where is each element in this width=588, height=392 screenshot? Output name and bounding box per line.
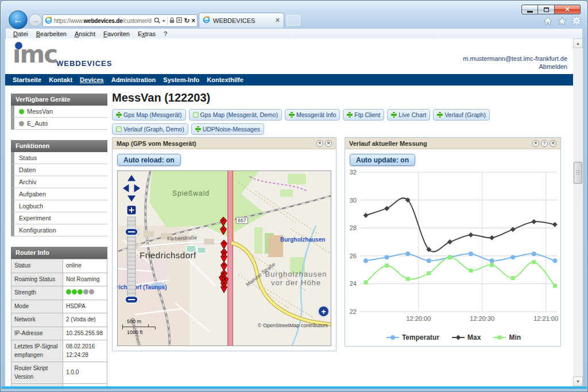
refresh-icon[interactable]: ↻ [184, 17, 189, 25]
map-scale-bar: 500 m 1000 ft [122, 319, 156, 335]
vertical-scrollbar[interactable]: ▲ ▼ [573, 38, 583, 386]
router-info-row: Network2 (Voda de) [11, 313, 107, 327]
address-dropdown-icon[interactable]: ▼ [162, 19, 166, 23]
favorites-star-icon[interactable] [558, 17, 567, 28]
action-button-verlauf-graph-demo-[interactable]: Verlauf (Graph, Demo) [112, 123, 188, 135]
scroll-up-arrow[interactable]: ▲ [573, 38, 583, 48]
menu-item-ansicht[interactable]: Ansicht [71, 30, 99, 38]
router-value: Not Roaming [63, 273, 107, 286]
browser-toolbar: ← → https://www.webdevices.de/customer/d… [6, 13, 582, 30]
router-info-row: IP-Adresse10.255.255.98 [11, 327, 107, 340]
page-title: MessVan (122203) [112, 91, 566, 104]
sidebar-item-archiv[interactable]: Archiv [11, 176, 107, 188]
scroll-down-arrow[interactable]: ▼ [573, 377, 583, 386]
nav-item-startseite[interactable]: Startseite [13, 76, 41, 83]
router-label: Status [11, 259, 63, 273]
sidebar-device-messvan[interactable]: MessVan [11, 106, 107, 118]
url-text: https://www.webdevices.de/customer/d [54, 18, 152, 24]
minus-icon [116, 126, 122, 132]
sidebar-item-status[interactable]: Status [11, 152, 107, 164]
new-tab-button[interactable] [287, 15, 300, 26]
map-panel-title: Map (GPS vom Messgerät) [117, 140, 196, 147]
svg-text:30: 30 [350, 197, 357, 204]
plus-icon [437, 112, 443, 118]
browser-tab[interactable]: WEBDEVICES ✕ [199, 13, 284, 28]
browser-viewport: ımc WEBDEVICES m.mustermann@test.imc-fra… [5, 38, 583, 386]
close-icon[interactable]: ✕ [325, 140, 332, 147]
router-section-header: Router Info [11, 247, 107, 259]
sidebar-item-konfiguration[interactable]: Konfiguration [11, 224, 107, 236]
strength-dot-green [72, 289, 77, 294]
action-button-verlauf-graph-[interactable]: Verlauf (Graph) [433, 109, 490, 121]
forward-button[interactable]: → [29, 14, 42, 27]
search-icon[interactable] [154, 17, 160, 25]
scroll-thumb[interactable] [574, 162, 582, 184]
sidebar-item-experiment[interactable]: Experiment [11, 212, 107, 224]
logout-link[interactable]: Abmelden [463, 63, 567, 71]
menu-item-datei[interactable]: Datei [9, 30, 32, 38]
action-button-live-chart[interactable]: Live Chart [387, 109, 430, 121]
sidebar-item-logbuch[interactable]: Logbuch [11, 200, 107, 212]
auto-update-button[interactable]: Auto update: on [350, 154, 415, 166]
address-bar[interactable]: https://www.webdevices.de/customer/d ▼ ↻… [42, 14, 198, 27]
stop-icon[interactable]: × [191, 17, 195, 25]
close-icon[interactable]: ✕ [550, 140, 556, 147]
nav-item-kontexthilfe[interactable]: Kontexthilfe [207, 76, 243, 83]
user-email: m.mustermann@test.imc-frankfurt.de [463, 55, 567, 63]
strength-dot-gray [83, 289, 88, 294]
router-value: online [63, 259, 107, 273]
action-button-udpnoise-messages[interactable]: UDPNoise-Messages [191, 123, 264, 135]
menu-item-extras[interactable]: Extras [134, 30, 160, 38]
legend-item-max[interactable]: Max [452, 333, 481, 341]
menu-item-help[interactable]: ? [160, 30, 171, 38]
compatibility-view-icon[interactable] [176, 17, 182, 24]
action-button-ftp-client[interactable]: Ftp Client [343, 109, 384, 121]
collapse-icon[interactable]: ▼ [532, 140, 539, 147]
gps-marker[interactable] [221, 240, 227, 249]
menu-item-bearbeiten[interactable]: Bearbeiten [32, 30, 71, 38]
functions-section-header: Funktionen [11, 140, 107, 152]
map-label-friedrichsdorf: Friedrichsdorf [140, 250, 196, 260]
ie-icon [203, 16, 210, 25]
map-attribution: © OpenStreetMap contributors [258, 323, 328, 328]
road-ref-badge: 657 [236, 217, 248, 224]
settings-gear-icon[interactable] [572, 16, 581, 28]
nav-item-kontakt[interactable]: Kontakt [49, 76, 72, 83]
map-layer-button[interactable]: + [318, 305, 330, 317]
menu-item-favoriten[interactable]: Favoriten [99, 30, 134, 38]
tab-title: WEBDEVICES [213, 17, 255, 24]
action-button-label: Live Chart [399, 111, 426, 118]
legend-item-min[interactable]: Min [493, 333, 521, 341]
home-icon[interactable] [543, 17, 552, 28]
lock-icon [169, 17, 175, 25]
sidebar: Verfügbare Geräte MessVanE_Auto Funktion… [5, 86, 107, 386]
router-info-row: Statusonline [11, 259, 107, 273]
tab-close-icon[interactable]: ✕ [275, 17, 280, 24]
map[interactable]: Spießwald Färberstraße Friedrichsdorf Bu… [117, 170, 331, 346]
action-button-label: Gps Map (Messgerät) [123, 111, 182, 118]
nav-item-system-info[interactable]: System-Info [163, 76, 199, 83]
back-button[interactable]: ← [9, 10, 28, 29]
gps-marker[interactable] [221, 253, 227, 262]
collapse-icon[interactable]: ▼ [316, 140, 323, 147]
map-label-burgholzhausen-vdh: Burgholzhausen vor der Höhe [260, 270, 331, 287]
svg-text:26: 26 [350, 253, 357, 259]
nav-item-administration[interactable]: Administration [111, 76, 156, 83]
sidebar-item-aufgaben[interactable]: Aufgaben [11, 188, 107, 200]
sidebar-device-e_auto[interactable]: E_Auto [11, 118, 107, 130]
legend-item-temperatur[interactable]: Temperatur [386, 333, 439, 341]
action-button-gps-map-messger-t-[interactable]: Gps Map (Messgerät) [112, 109, 186, 121]
router-info-row: Letztes IP-Signal empfangen08.02.2016 12… [11, 340, 107, 362]
action-button-messger-t-info[interactable]: Messgerät Info [285, 109, 340, 121]
action-button-gps-map-messger-t-demo-[interactable]: Gps Map (Messgerät, Demo) [189, 109, 282, 121]
svg-text:28: 28 [350, 224, 357, 231]
router-info-table: StatusonlineRoaming StatusNot RoamingStr… [11, 259, 107, 386]
gps-marker[interactable] [220, 217, 227, 226]
map-pan-zoom-control[interactable] [121, 173, 144, 311]
sidebar-item-daten[interactable]: Daten [11, 164, 107, 176]
help-icon[interactable]: ? [541, 140, 548, 147]
nav-item-devices[interactable]: Devices [80, 76, 104, 83]
auto-reload-button[interactable]: Auto reload: on [117, 154, 181, 166]
gps-marker[interactable] [220, 226, 227, 235]
device-label: E_Auto [27, 120, 48, 127]
